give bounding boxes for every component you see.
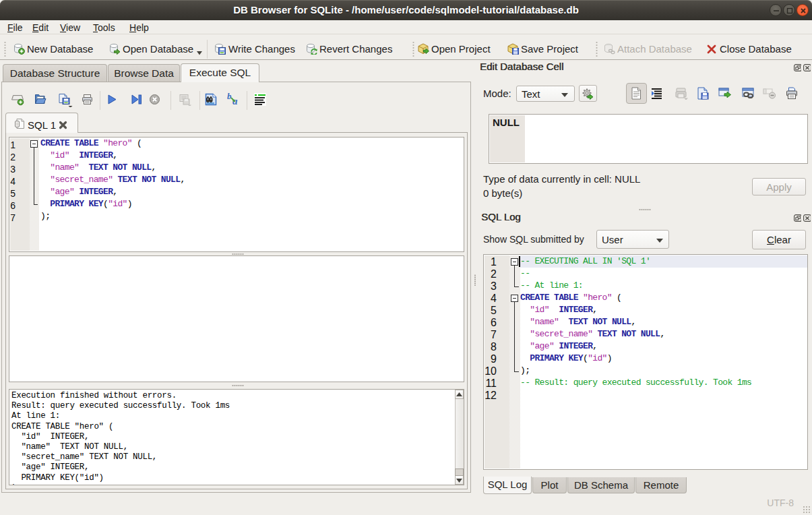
svg-text:b: b <box>227 92 232 101</box>
